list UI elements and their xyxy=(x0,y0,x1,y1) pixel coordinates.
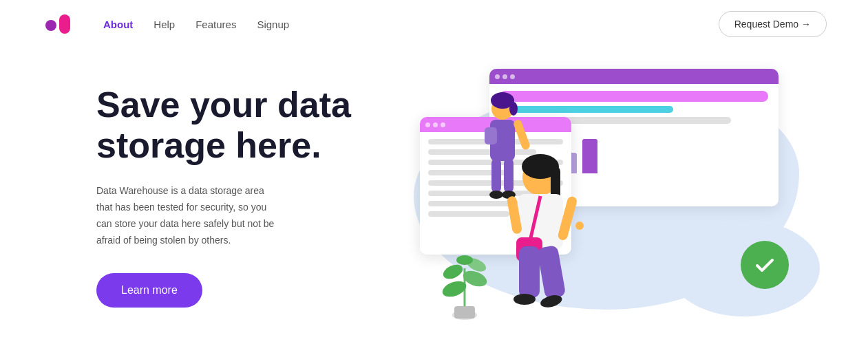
nav-features[interactable]: Features xyxy=(195,19,236,30)
browser-titlebar-back xyxy=(489,69,779,84)
nav-help[interactable]: Help xyxy=(154,19,175,30)
svg-point-7 xyxy=(441,262,465,282)
svg-point-30 xyxy=(514,294,536,305)
hero-title: Save your data storage here. xyxy=(96,85,385,167)
svg-point-12 xyxy=(509,102,518,116)
svg-rect-3 xyxy=(454,306,475,319)
svg-rect-26 xyxy=(519,246,540,298)
hero-illustration xyxy=(385,48,827,344)
svg-rect-17 xyxy=(513,119,530,151)
nav-about[interactable]: About xyxy=(103,19,133,30)
nav-signup[interactable]: Signup xyxy=(257,19,289,30)
svg-rect-1 xyxy=(59,14,70,34)
main-nav: About Help Features Signup xyxy=(103,19,289,30)
check-icon xyxy=(752,252,777,277)
svg-point-0 xyxy=(45,20,56,31)
person-main xyxy=(489,151,599,330)
check-circle xyxy=(741,241,789,289)
plant-decoration xyxy=(441,241,489,323)
svg-point-32 xyxy=(575,222,584,230)
svg-rect-27 xyxy=(537,245,567,299)
svg-point-9 xyxy=(456,255,473,265)
browser-bar-1 xyxy=(500,91,768,102)
header: About Help Features Signup Request Demo … xyxy=(0,0,868,48)
request-demo-button[interactable]: Request Demo → xyxy=(719,11,827,37)
logo xyxy=(41,10,76,38)
hero-text-block: Save your data storage here. Data Wareho… xyxy=(96,85,385,308)
hero-description: Data Warehouse is a data storage area th… xyxy=(96,183,282,248)
hero-section: Save your data storage here. Data Wareho… xyxy=(0,48,868,344)
svg-rect-14 xyxy=(485,127,497,144)
learn-more-button[interactable]: Learn more xyxy=(96,273,202,308)
logo-icon xyxy=(41,10,76,38)
